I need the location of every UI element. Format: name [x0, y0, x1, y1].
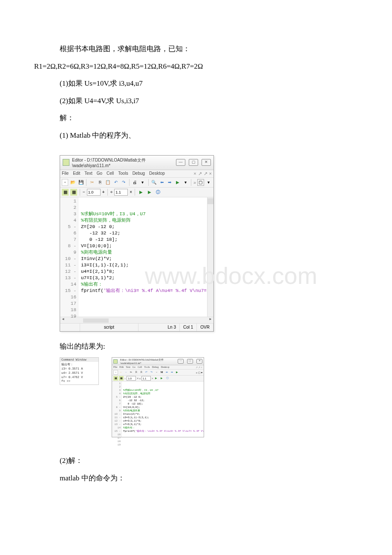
small-cell-icon-2[interactable]: ▦ — [119, 376, 124, 381]
command-prompt[interactable]: fx >> — [61, 379, 97, 384]
print-icon[interactable]: 🖨 — [132, 179, 138, 186]
small-forward-icon[interactable]: ➡ — [170, 370, 174, 375]
solve-label: 解： — [60, 112, 358, 125]
small-save-icon[interactable]: ▫ — [124, 370, 128, 375]
menu-close-icon[interactable]: × — [209, 171, 212, 176]
menu-edit[interactable]: Edit — [73, 171, 80, 176]
cell-minus[interactable]: − — [83, 190, 85, 194]
info-icon[interactable]: ⓘ — [155, 189, 161, 196]
redo-icon[interactable]: ↷ — [120, 179, 127, 186]
small-menu-edit[interactable]: Edit — [119, 366, 124, 369]
dock-icon[interactable]: ▢ — [197, 179, 204, 186]
cell-divide[interactable]: ÷ — [110, 190, 113, 194]
cmd-line: 输出有： — [61, 363, 97, 367]
new-icon[interactable]: ▫ — [62, 179, 68, 186]
find-dropdown-icon[interactable]: ▾ — [139, 179, 146, 186]
small-mult-input[interactable] — [141, 376, 151, 381]
cell-toolbar: ▦ ▦ − + ÷ × ▶ ▶ ⓘ — [60, 188, 213, 197]
small-menu-file[interactable]: File — [113, 366, 117, 369]
small-redo-icon[interactable]: ↷ — [149, 370, 154, 375]
window-title: Editor - D:\TDDOWNLOAD\Matlab文件\wade\shi… — [72, 157, 176, 168]
menu-more-icon[interactable]: × — [193, 171, 196, 176]
cmd-line: u4= 2.8571 V — [61, 371, 97, 376]
run-dropdown-icon[interactable]: ▾ — [182, 179, 188, 186]
small-run-icon[interactable]: ▶ — [175, 370, 179, 375]
small-copy-icon[interactable]: ⎘ — [134, 370, 138, 375]
small-print-icon[interactable]: ▫ — [154, 370, 159, 375]
cell-step-input[interactable] — [87, 189, 101, 196]
small-cut-icon[interactable]: ✂ — [129, 370, 133, 375]
small-cell-run-icon[interactable]: ▶ — [154, 376, 159, 381]
cell-icon-2[interactable]: ▦ — [70, 189, 77, 196]
menu-text[interactable]: Text — [84, 171, 92, 176]
small-paste-icon[interactable]: ⎘ — [139, 370, 144, 375]
small-cell-toolbar: ▦ ▦ −+ ÷× ▶ ▶ ⓘ — [112, 376, 204, 382]
scroll-left-icon[interactable]: ◄ — [60, 317, 66, 323]
small-code-editor[interactable]: %求解Us=10V时，I3，U4，U7%有阻抗矩阵，电源矩阵Z=[20 -12 … — [122, 382, 204, 437]
small-gutter: 12345 -678 -910 -11 -12 -13 -1415 -16171… — [112, 382, 122, 437]
menu-cell[interactable]: Cell — [107, 171, 114, 176]
small-open-icon[interactable]: ▫ — [118, 370, 123, 375]
code-area[interactable]: 12345 -678 -910 -11 -12 -13 -1415 -16171… — [60, 197, 213, 317]
small-info-icon[interactable]: ⓘ — [165, 376, 170, 381]
small-menu-text[interactable]: Text — [126, 366, 130, 369]
small-find-icon[interactable]: M — [159, 370, 164, 375]
forward-icon[interactable]: ➡ — [167, 179, 173, 186]
maximize-button[interactable]: ▢ — [189, 159, 198, 166]
code-editor[interactable]: %求解Us=10V时，I3，U4，U7%有阻抗矩阵，电源矩阵Z=[20 -12 … — [78, 197, 207, 317]
back-icon[interactable]: ⬅ — [159, 179, 165, 186]
find-icon[interactable]: 🔍 — [151, 179, 157, 186]
menu-tools[interactable]: Tools — [118, 171, 128, 176]
cell-plus[interactable]: + — [102, 190, 105, 194]
small-code-area[interactable]: 12345 -678 -910 -11 -12 -13 -1415 -16171… — [112, 382, 204, 437]
small-cell-icon[interactable]: ▦ — [113, 376, 118, 381]
status-col: Col 1 — [180, 324, 197, 331]
small-minimize-button[interactable]: — — [178, 359, 184, 364]
paste-icon[interactable]: 📋 — [104, 179, 111, 186]
problem-intro: 根据书本电路图，求解电阻电路，已知： — [60, 43, 358, 56]
toolbar-more-icon[interactable]: » — [193, 180, 196, 185]
close-button[interactable]: ✕ — [202, 159, 211, 166]
small-menu-desktop[interactable]: Desktop — [161, 366, 170, 369]
menu-expand-icon[interactable]: ↗ — [198, 171, 202, 176]
small-cell-adv-icon[interactable]: ▶ — [159, 376, 164, 381]
menu-debug[interactable]: Debug — [133, 171, 145, 176]
small-toolbar: ▫ ▫ ▫ ✂ ⎘ ⎘ ↶ ↷ ▫ M ⬅ ➡ ▶ » ▢ ▾ — [112, 370, 204, 376]
toolbar-dropdown-icon[interactable]: ▾ — [205, 179, 212, 186]
small-new-icon[interactable]: ▫ — [113, 370, 118, 375]
minimize-button[interactable]: — — [176, 159, 185, 166]
menu-go[interactable]: Go — [97, 171, 102, 176]
small-maximize-button[interactable]: ▢ — [187, 359, 193, 364]
cell-run-icon[interactable]: ▶ — [138, 189, 144, 196]
menu-file[interactable]: File — [62, 171, 69, 176]
cell-advance-icon[interactable]: ▶ — [146, 189, 153, 196]
titlebar[interactable]: Editor - D:\TDDOWNLOAD\Matlab文件\wade\shi… — [60, 156, 213, 170]
small-menu-debug[interactable]: Debug — [152, 366, 159, 369]
menu-undock-icon[interactable]: ↗ — [204, 171, 208, 176]
small-menu-cell[interactable]: Cell — [138, 366, 142, 369]
open-icon[interactable]: 📂 — [69, 179, 76, 186]
scroll-right-icon[interactable]: ► — [208, 317, 213, 323]
small-menu-tools[interactable]: Tools — [144, 366, 150, 369]
small-undo-icon[interactable]: ↶ — [144, 370, 149, 375]
save-icon[interactable]: 💾 — [78, 179, 84, 186]
small-titlebar[interactable]: Editor - D:\TDDOWNLOAD\Matlab文件\wade\shi… — [112, 358, 204, 365]
cell-icon-1[interactable]: ▦ — [62, 189, 69, 196]
cut-icon[interactable]: ✂ — [89, 179, 95, 186]
small-menu-go[interactable]: Go — [133, 366, 135, 369]
run-icon[interactable]: ▶ — [174, 179, 181, 186]
cmd-line: i3= 0.3571 A — [61, 367, 97, 371]
undo-icon[interactable]: ↶ — [112, 179, 119, 186]
copy-icon[interactable]: ⎘ — [97, 179, 103, 186]
part2-solve: (2)解： — [60, 454, 358, 468]
horizontal-scrollbar[interactable]: ◄ ► — [60, 317, 213, 323]
cmd-line: u7= 0.4762 V — [61, 376, 97, 380]
small-step-input[interactable] — [127, 376, 136, 381]
small-close-button[interactable]: ✕ — [196, 359, 202, 364]
small-back-icon[interactable]: ⬅ — [164, 370, 169, 375]
menu-desktop[interactable]: Desktop — [149, 171, 165, 176]
line-gutter: 12345 -678 -910 -11 -12 -13 -1415 -16171… — [60, 197, 78, 317]
cell-mult[interactable]: × — [130, 190, 132, 194]
cell-mult-input[interactable] — [114, 189, 128, 196]
vertical-scrollbar[interactable] — [207, 197, 213, 317]
